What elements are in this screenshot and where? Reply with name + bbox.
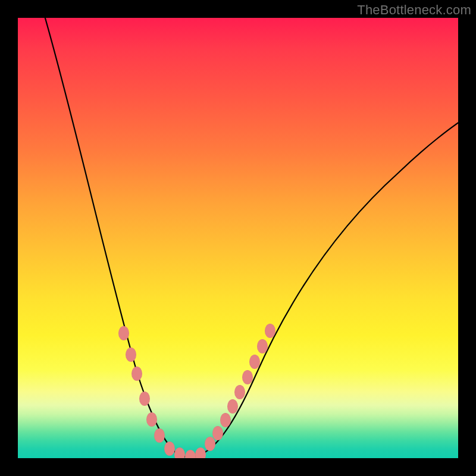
data-dot: [154, 428, 165, 443]
data-dot: [227, 399, 238, 414]
data-dot: [164, 441, 175, 456]
data-dot: [257, 339, 268, 353]
plot-area: [18, 18, 458, 458]
data-dot: [118, 326, 129, 340]
data-dot: [265, 324, 275, 338]
chart-frame: TheBottleneck.com: [0, 0, 476, 476]
curve-path: [43, 18, 458, 457]
data-dot: [220, 413, 231, 427]
data-dot: [249, 355, 260, 369]
data-dot: [174, 447, 185, 458]
data-dot: [131, 367, 142, 381]
data-dot: [205, 437, 215, 451]
watermark-text: TheBottleneck.com: [357, 2, 471, 18]
data-dot: [234, 385, 245, 399]
data-dot: [242, 370, 253, 384]
data-dot: [146, 412, 157, 427]
data-dot: [195, 447, 206, 458]
data-dot: [139, 392, 150, 406]
data-dot: [212, 426, 223, 440]
data-dot: [126, 347, 136, 362]
